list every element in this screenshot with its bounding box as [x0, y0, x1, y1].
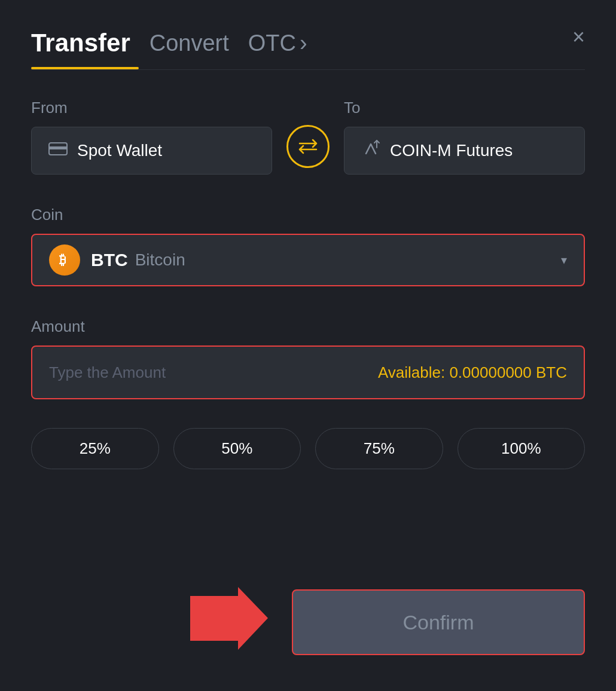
swap-button[interactable] — [286, 125, 330, 168]
pct-100-button[interactable]: 100% — [458, 428, 585, 469]
pct-50-button[interactable]: 50% — [173, 428, 301, 469]
confirm-button[interactable]: Confirm — [292, 589, 585, 655]
to-wallet-selector[interactable]: COIN-M Futures — [344, 127, 585, 175]
pct-25-button[interactable]: 25% — [31, 428, 159, 469]
coin-section: Coin ₿ BTC Bitcoin ▾ — [31, 206, 585, 286]
from-wallet-selector[interactable]: Spot Wallet — [31, 127, 272, 175]
header-divider — [31, 69, 585, 70]
from-to-section: From Spot Wallet To — [31, 99, 585, 175]
tab-transfer[interactable]: Transfer — [31, 29, 130, 57]
confirm-arrow-icon — [190, 587, 268, 652]
tab-otc-label: OTC — [248, 30, 296, 56]
futures-icon — [361, 139, 380, 163]
coin-selector[interactable]: ₿ BTC Bitcoin ▾ — [31, 234, 585, 286]
svg-text:₿: ₿ — [59, 252, 66, 267]
transfer-modal: Transfer Convert OTC › × From Spot Walle… — [0, 0, 616, 691]
chevron-down-icon: ▾ — [561, 253, 567, 267]
wallet-card-icon — [48, 140, 68, 161]
btc-icon: ₿ — [49, 244, 80, 276]
coin-label: Coin — [31, 206, 585, 224]
svg-marker-4 — [190, 587, 268, 650]
tab-convert[interactable]: Convert — [150, 30, 229, 56]
available-value: 0.00000000 BTC — [449, 363, 567, 381]
swap-container — [272, 106, 344, 168]
from-label: From — [31, 99, 272, 117]
tab-otc-arrow: › — [300, 30, 307, 56]
tab-otc[interactable]: OTC › — [248, 30, 307, 56]
amount-section: Amount Type the Amount Available: 0.0000… — [31, 317, 585, 399]
available-label: Available: — [378, 363, 445, 381]
coin-symbol: BTC — [91, 250, 128, 270]
amount-label: Amount — [31, 317, 585, 336]
to-wallet-name: COIN-M Futures — [390, 141, 513, 160]
modal-header: Transfer Convert OTC › — [31, 29, 585, 57]
percent-buttons: 25% 50% 75% 100% — [31, 428, 585, 469]
to-block: To COIN-M Futures — [344, 99, 585, 175]
coin-name: Bitcoin — [135, 250, 185, 270]
pct-75-button[interactable]: 75% — [315, 428, 443, 469]
amount-available: Available: 0.00000000 BTC — [378, 363, 567, 382]
svg-rect-1 — [49, 146, 67, 149]
to-label: To — [344, 99, 585, 117]
from-block: From Spot Wallet — [31, 99, 272, 175]
bottom-section: Confirm — [31, 589, 585, 655]
from-wallet-name: Spot Wallet — [77, 141, 162, 160]
close-button[interactable]: × — [572, 26, 585, 48]
amount-input-box[interactable]: Type the Amount Available: 0.00000000 BT… — [31, 346, 585, 399]
amount-placeholder: Type the Amount — [49, 363, 166, 382]
